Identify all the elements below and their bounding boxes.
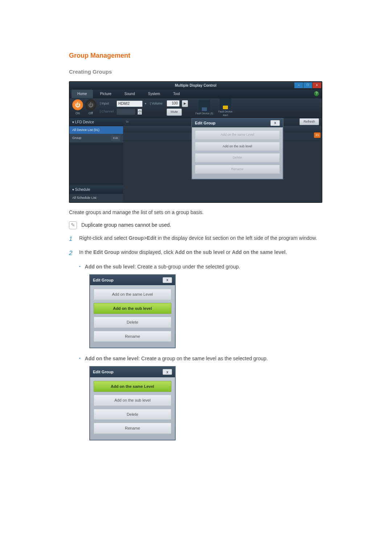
channel-input[interactable] xyxy=(117,108,135,115)
step-1-number: 1 xyxy=(69,234,75,244)
sidebar-all-schedule-label: All Schedule List xyxy=(72,196,97,201)
edit-group-close-icon[interactable]: x xyxy=(270,120,280,126)
popup-add-same-level[interactable]: Add on the same Level xyxy=(195,130,280,140)
popup1-title: Edit Group xyxy=(93,277,114,283)
bullet-icon: • xyxy=(79,263,81,271)
popup2-add-sub-level[interactable]: Add on the sub level xyxy=(94,395,171,406)
fault-alert-icon[interactable] xyxy=(220,98,231,110)
close-button[interactable]: x xyxy=(313,82,321,88)
sidebar-all-devices[interactable]: All Device List (01) xyxy=(69,126,123,134)
toolbar: ⏻ ⏻ On Off | Input HDMI2 ▾ | Channel ▴▾ … xyxy=(69,98,322,118)
note-icon: ✎ xyxy=(69,221,77,229)
sidebar-all-schedule[interactable]: All Schedule List xyxy=(69,194,123,202)
channel-spinner[interactable]: ▴▾ xyxy=(138,109,142,115)
section-subtitle: Creating Groups xyxy=(69,68,330,76)
mute-button[interactable]: Mute xyxy=(167,108,182,116)
channel-label: | Channel xyxy=(100,109,114,114)
edit-group-dialog-same: Edit Group x Add on the same Level Add o… xyxy=(89,366,176,440)
popup-delete[interactable]: Delete xyxy=(195,153,280,163)
popup2-title: Edit Group xyxy=(93,369,114,375)
popup1-close-icon[interactable]: x xyxy=(163,277,172,283)
app-window-title: Multiple Display Control xyxy=(175,83,216,88)
volume-label: | Volume xyxy=(150,101,164,106)
help-icon[interactable]: ? xyxy=(314,91,319,96)
popup-rename[interactable]: Rename xyxy=(195,165,280,174)
edit-group-title: Edit Group xyxy=(195,120,216,126)
sidebar-group-label: Group xyxy=(72,136,81,141)
bullet-icon: • xyxy=(79,355,81,362)
edit-group-dialog-sub: Edit Group x Add on the same Level Add o… xyxy=(89,274,176,349)
popup1-add-same-level[interactable]: Add on the same Level xyxy=(94,289,171,300)
menubar: Home Picture Sound System Tool ? xyxy=(69,90,322,98)
maximize-button[interactable]: □ xyxy=(303,82,312,88)
count-badge: 21 xyxy=(314,132,320,138)
input-select[interactable]: HDMI2 xyxy=(117,100,143,107)
note-text: Duplicate group names cannot be used. xyxy=(81,221,171,229)
app-screenshot: Multiple Display Control – □ x Home Pict… xyxy=(69,81,322,203)
volume-value[interactable]: 100 xyxy=(167,100,180,107)
input-label: | Input xyxy=(100,101,114,106)
refresh-button[interactable]: Refresh xyxy=(299,118,319,126)
main-panel: te Refresh Power Input HDMI2 21 Edit Gro… xyxy=(123,118,322,202)
popup2-close-icon[interactable]: x xyxy=(163,369,172,375)
power-on-icon[interactable]: ⏻ xyxy=(72,99,83,110)
power-off-icon[interactable]: ⏻ xyxy=(85,99,96,110)
tab-tool[interactable]: Tool xyxy=(167,90,185,98)
app-titlebar: Multiple Display Control – □ x xyxy=(69,82,322,90)
description-text: Create groups and manage the list of set… xyxy=(69,209,330,216)
tab-home[interactable]: Home xyxy=(72,90,93,98)
section-title: Group Management xyxy=(69,51,330,61)
popup1-rename[interactable]: Rename xyxy=(94,331,171,342)
power-off-label: Off xyxy=(85,111,96,116)
tab-system[interactable]: System xyxy=(142,90,166,98)
tab-sound[interactable]: Sound xyxy=(119,90,141,98)
minimize-button[interactable]: – xyxy=(294,82,303,88)
fault-device-label: Fault Device (0) xyxy=(195,112,213,116)
sub-bullet-1: Add on the sub level: Create a sub-group… xyxy=(85,263,240,271)
fault-device-icon[interactable] xyxy=(199,100,210,112)
tab-picture[interactable]: Picture xyxy=(94,90,117,98)
popup1-add-sub-level[interactable]: Add on the sub level xyxy=(94,303,171,314)
popup1-delete[interactable]: Delete xyxy=(94,317,171,328)
popup2-delete[interactable]: Delete xyxy=(94,409,171,420)
sidebar-lfd-head[interactable]: ▾ LFD Device xyxy=(69,118,123,126)
step-2-text: In the Edit Group window displayed, clic… xyxy=(79,249,330,258)
edit-group-popup: Edit Group x Add on the same Level Add o… xyxy=(191,118,283,180)
sub-bullet-2: Add on the same level: Create a group on… xyxy=(85,355,268,362)
sidebar: ▾ LFD Device All Device List (01) Group … xyxy=(69,118,123,202)
dropdown-icon[interactable]: ▾ xyxy=(145,102,146,106)
sidebar-schedule-head[interactable]: ▾ Schedule xyxy=(69,185,123,194)
popup2-rename[interactable]: Rename xyxy=(94,423,171,434)
step-2-number: 2 xyxy=(69,249,75,258)
sidebar-edit-button[interactable]: Edit xyxy=(111,136,120,141)
popup2-add-same-level[interactable]: Add on the same Level xyxy=(94,381,171,392)
volume-play-icon[interactable]: ▶ xyxy=(182,100,188,107)
step-1-text: Right-click and select Group>Edit in the… xyxy=(79,234,330,244)
sidebar-group-row[interactable]: Group Edit xyxy=(69,134,123,143)
popup-add-sub-level[interactable]: Add on the sub level xyxy=(195,142,280,151)
fault-alert-label: Fault Device Alert xyxy=(216,110,234,118)
power-on-label: On xyxy=(72,111,83,116)
tab-overflow: te xyxy=(126,119,129,124)
